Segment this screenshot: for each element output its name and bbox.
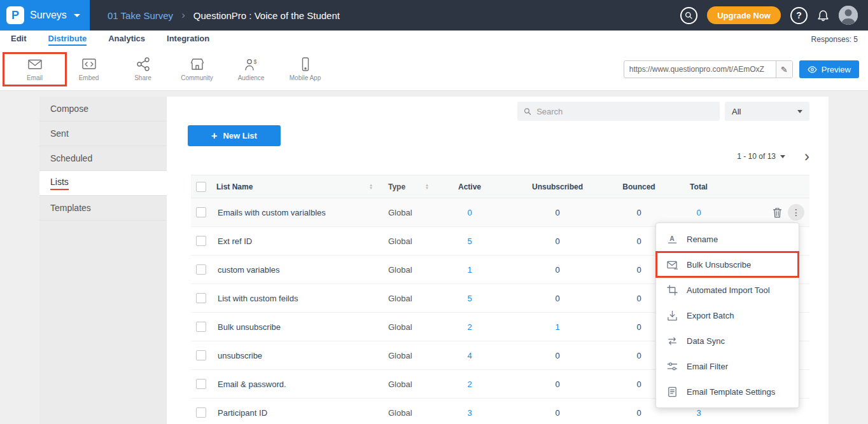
- survey-url-field[interactable]: https://www.questionpro.com/t/AEmOxZ ✎: [624, 60, 793, 78]
- menu-item-email-template-settings[interactable]: Email Template Settings: [656, 379, 799, 404]
- search-icon[interactable]: [680, 7, 697, 24]
- toolbar-item-embed[interactable]: Embed: [62, 57, 116, 81]
- top-bar: P Surveys 01 Take Survey › QuestionPro :…: [0, 0, 868, 31]
- new-list-button[interactable]: + New List: [188, 125, 281, 146]
- user-avatar[interactable]: [839, 6, 858, 25]
- tab[interactable]: Integration: [167, 34, 209, 46]
- email-template-settings-icon: [667, 386, 678, 397]
- questionpro-logo[interactable]: P: [6, 6, 24, 24]
- row-checkbox[interactable]: [196, 407, 206, 418]
- unsubscribed-count[interactable]: 0: [501, 370, 613, 399]
- active-count-link[interactable]: 2: [438, 370, 501, 399]
- upgrade-now-button[interactable]: Upgrade Now: [707, 6, 781, 24]
- search-icon: [524, 107, 531, 116]
- svg-text:$: $: [253, 58, 256, 65]
- column-header-type[interactable]: Type ▲▼: [382, 175, 438, 198]
- embed-icon: [82, 57, 96, 71]
- list-filter-dropdown[interactable]: All: [725, 102, 809, 121]
- unsubscribed-count[interactable]: 0: [501, 256, 613, 284]
- unsubscribed-count[interactable]: 0: [501, 399, 613, 424]
- sidebar-item[interactable]: Templates: [39, 196, 167, 221]
- row-checkbox[interactable]: [196, 293, 206, 303]
- list-type: Global: [382, 399, 438, 424]
- menu-item-email-filter[interactable]: Email Filter: [656, 353, 799, 379]
- row-checkbox[interactable]: [196, 236, 206, 246]
- toolbar-item-mobile-app[interactable]: Mobile App: [278, 57, 332, 81]
- sidebar-item[interactable]: Sent: [39, 121, 167, 146]
- unsubscribed-count[interactable]: 1: [501, 313, 613, 341]
- active-count-link[interactable]: 5: [438, 227, 501, 256]
- rename-icon: A: [667, 234, 678, 245]
- preview-button[interactable]: Preview: [799, 60, 859, 78]
- row-checkbox[interactable]: [196, 322, 206, 332]
- list-search[interactable]: [517, 102, 720, 121]
- delete-icon[interactable]: [773, 207, 782, 218]
- unsubscribed-count[interactable]: 0: [501, 341, 613, 370]
- tab[interactable]: Distribute: [48, 34, 87, 46]
- toolbar-item-share[interactable]: Share: [116, 57, 170, 81]
- chevron-down-icon: [74, 14, 80, 17]
- pagination-range: 1 - 10 of 13: [737, 152, 776, 161]
- panel-header: All: [517, 102, 809, 121]
- search-input[interactable]: [536, 107, 713, 116]
- menu-item-data-sync[interactable]: Data Sync: [656, 328, 799, 353]
- list-type: Global: [382, 370, 438, 399]
- surveys-product-switcher[interactable]: P Surveys: [0, 0, 90, 31]
- active-count-link[interactable]: 2: [438, 313, 501, 341]
- sidebar-item[interactable]: Lists: [39, 171, 167, 196]
- list-name-link[interactable]: Email & password.: [216, 370, 382, 399]
- next-page-icon[interactable]: ›: [804, 150, 809, 163]
- list-name-link[interactable]: List with custom feilds: [216, 284, 382, 313]
- active-count-link[interactable]: 4: [438, 341, 501, 370]
- tab[interactable]: Analytics: [108, 34, 145, 46]
- survey-url-value[interactable]: https://www.questionpro.com/t/AEmOxZ: [624, 65, 776, 74]
- list-name-link[interactable]: Ext ref ID: [216, 227, 382, 256]
- toolbar-right: https://www.questionpro.com/t/AEmOxZ ✎ P…: [624, 60, 868, 78]
- sidebar-item[interactable]: Compose: [39, 97, 167, 121]
- menu-item-rename[interactable]: A Rename: [656, 226, 799, 252]
- menu-item-export-batch[interactable]: Export Batch: [656, 303, 799, 328]
- breadcrumb-survey-title: QuestionPro : Voice of the Student: [193, 10, 340, 21]
- active-count-link[interactable]: 0: [438, 198, 501, 227]
- row-checkbox[interactable]: [196, 350, 206, 360]
- row-actions: ⋮: [733, 204, 804, 221]
- more-options-icon[interactable]: ⋮: [788, 204, 804, 221]
- sidebar-item[interactable]: Scheduled: [39, 146, 167, 171]
- row-checkbox[interactable]: [196, 264, 206, 275]
- active-count-link[interactable]: 5: [438, 284, 501, 313]
- tab-bar: Edit Distribute Analytics Integration Re…: [0, 31, 868, 48]
- pagination-range-dropdown[interactable]: 1 - 10 of 13: [737, 152, 785, 161]
- list-name-link[interactable]: Emails with custom varialbles: [216, 198, 382, 227]
- list-name-link[interactable]: Participant ID: [216, 399, 382, 424]
- sort-icon[interactable]: ▲▼: [369, 184, 373, 190]
- unsubscribed-count[interactable]: 0: [501, 284, 613, 313]
- toolbar-item-community[interactable]: Community: [170, 57, 224, 81]
- select-all-checkbox[interactable]: [196, 182, 206, 192]
- column-header-list-name[interactable]: List Name ▲▼: [216, 175, 382, 198]
- edit-url-icon[interactable]: ✎: [776, 61, 792, 78]
- breadcrumb-separator-icon: ›: [181, 9, 185, 22]
- menu-item-automated-import-tool[interactable]: Automated Import Tool: [656, 277, 799, 303]
- row-checkbox[interactable]: [196, 207, 206, 217]
- notifications-bell-icon[interactable]: [817, 10, 829, 22]
- list-type: Global: [382, 284, 438, 313]
- help-icon[interactable]: ?: [790, 7, 808, 24]
- column-header-unsubscribed: Unsubscribed: [501, 175, 613, 198]
- active-count-link[interactable]: 3: [438, 399, 501, 424]
- list-name-link[interactable]: custom variables: [216, 256, 382, 284]
- active-count-link[interactable]: 1: [438, 256, 501, 284]
- list-name-link[interactable]: unsubscribe: [216, 341, 382, 370]
- column-header-bounced: Bounced: [613, 175, 664, 198]
- breadcrumb-survey-link[interactable]: 01 Take Survey: [108, 10, 173, 21]
- unsubscribed-count[interactable]: 0: [501, 198, 613, 227]
- row-checkbox[interactable]: [196, 379, 206, 389]
- sort-icon[interactable]: ▲▼: [425, 184, 429, 190]
- list-name-link[interactable]: Bulk unsubscribe: [216, 313, 382, 341]
- unsubscribed-count[interactable]: 0: [501, 227, 613, 256]
- share-icon: [136, 57, 150, 71]
- toolbar-item-audience[interactable]: $ Audience: [224, 57, 278, 81]
- menu-item-bulk-unsubscribe[interactable]: Bulk Unsubscribe: [656, 252, 799, 277]
- chevron-down-icon: [797, 110, 802, 113]
- toolbar-item-email[interactable]: Email: [8, 57, 62, 81]
- tab[interactable]: Edit: [11, 34, 27, 46]
